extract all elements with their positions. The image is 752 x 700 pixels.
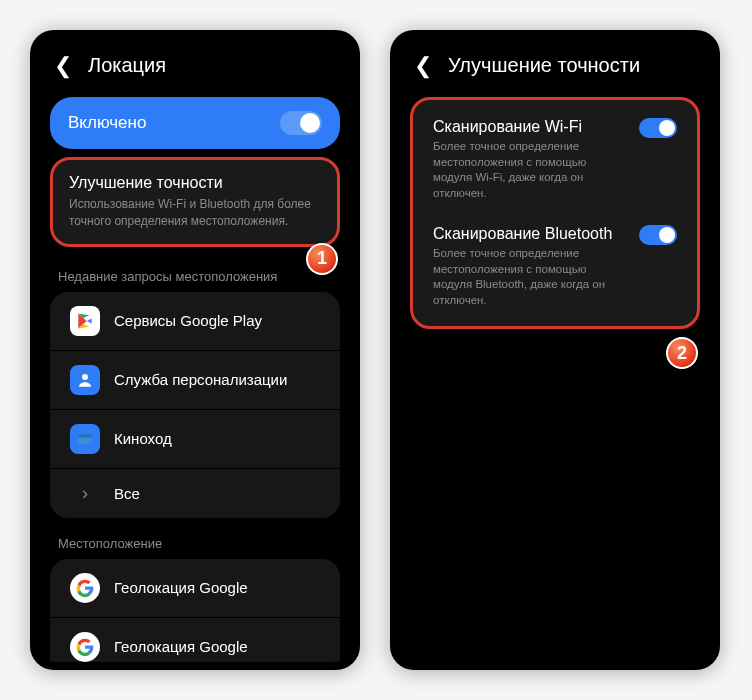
wifi-scanning-row[interactable]: Сканирование Wi-Fi Более точное определе… [427,106,683,213]
wifi-scan-subtitle: Более точное определение местоположения … [433,139,627,201]
bluetooth-scanning-row[interactable]: Сканирование Bluetooth Более точное опре… [427,213,683,320]
phone-right: ❮ Улучшение точности Сканирование Wi-Fi … [390,30,720,670]
geo-label: Геолокация Google [114,638,248,655]
step-badge-1: 1 [306,243,338,275]
google-play-services-icon [70,306,100,336]
bt-scan-toggle[interactable] [639,225,677,245]
bt-scan-subtitle: Более точное определение местоположения … [433,246,627,308]
svg-point-0 [82,374,88,380]
app-label: Киноход [114,430,172,447]
page-title: Локация [88,54,166,77]
back-icon[interactable]: ❮ [54,55,72,77]
geo-item-google-2[interactable]: Геолокация Google [50,618,340,662]
phone-left: ❮ Локация Включено Улучшение точности Ис… [30,30,360,670]
wifi-scan-title: Сканирование Wi-Fi [433,118,627,136]
accuracy-title: Улучшение точности [69,174,321,192]
google-geolocation-icon [70,573,100,603]
app-item-personalization[interactable]: Служба персонализации [50,351,340,409]
wifi-scan-toggle[interactable] [639,118,677,138]
geo-item-google-1[interactable]: Геолокация Google [50,559,340,617]
app-item-kinohod[interactable]: Киноход [50,410,340,468]
header: ❮ Улучшение точности [398,38,712,89]
location-toggle[interactable] [280,111,322,135]
enabled-label: Включено [68,113,146,133]
accuracy-subtitle: Использование Wi-Fi и Bluetooth для боле… [69,196,321,230]
scanning-options-card: Сканирование Wi-Fi Более точное определе… [410,97,700,329]
app-item-google-play[interactable]: Сервисы Google Play [50,292,340,350]
page-title: Улучшение точности [448,54,640,77]
screen-right: ❮ Улучшение точности Сканирование Wi-Fi … [398,38,712,662]
app-label: Служба персонализации [114,371,287,388]
section-recent-requests: Недавние запросы местоположения [38,255,352,292]
screen-left: ❮ Локация Включено Улучшение точности Ис… [38,38,352,662]
app-label: Сервисы Google Play [114,312,262,329]
chevron-right-icon: › [70,483,100,504]
header: ❮ Локация [38,38,352,89]
personalization-service-icon [70,365,100,395]
svg-rect-2 [78,434,92,437]
back-icon[interactable]: ❮ [414,55,432,77]
app-label: Все [114,485,140,502]
geo-label: Геолокация Google [114,579,248,596]
bt-scan-title: Сканирование Bluetooth [433,225,627,243]
accuracy-improvement-card[interactable]: Улучшение точности Использование Wi-Fi и… [50,157,340,247]
section-location: Местоположение [38,522,352,559]
location-enabled-row[interactable]: Включено [50,97,340,149]
google-geolocation-icon [70,632,100,662]
kinohod-icon [70,424,100,454]
step-badge-2: 2 [666,337,698,369]
app-item-all[interactable]: › Все [50,469,340,518]
